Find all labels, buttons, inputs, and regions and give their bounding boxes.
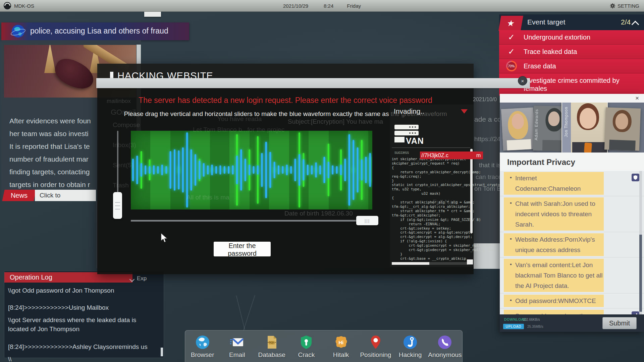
invading-status-label: Invading.. bbox=[394, 107, 424, 115]
browser-icon bbox=[195, 335, 210, 350]
event-state-done: ✓ bbox=[499, 33, 524, 42]
character-card[interactable] bbox=[501, 108, 535, 151]
waveform-panel bbox=[131, 131, 372, 209]
operation-log-title: Operation Log bbox=[10, 274, 52, 281]
code-line: } bbox=[392, 252, 469, 256]
privacy-scrollbar-thumb[interactable] bbox=[639, 235, 642, 312]
highlighted-server-url-tail: m bbox=[475, 152, 483, 159]
hook-icon[interactable] bbox=[632, 311, 639, 314]
privacy-item[interactable]: •Odd password:WNMOXTCE bbox=[500, 294, 644, 309]
dropdown-triangle-icon[interactable] bbox=[461, 109, 468, 114]
news-text-line: finding targets, contacting bbox=[9, 166, 97, 178]
event-state-progress: 70% bbox=[499, 61, 524, 71]
dock-item-label: Anonymous bbox=[428, 351, 462, 359]
van-label: VAN bbox=[406, 136, 424, 146]
event-target-item[interactable]: ✓Trace leaked data bbox=[499, 45, 644, 59]
code-line: crt-&gt;givdecrypt = skcipher_null_givde… bbox=[392, 248, 469, 252]
terminal-status-text: success bbox=[394, 150, 409, 155]
code-line: struct ablkcipher_alg * alg = &amp; bbox=[392, 200, 469, 204]
event-target-item[interactable]: ✓Underground extortion bbox=[499, 30, 644, 45]
character-card[interactable] bbox=[604, 107, 641, 151]
event-target-header[interactable]: ★ Event target 2/4 bbox=[499, 14, 644, 30]
expand-label[interactable]: Exp bbox=[137, 275, 147, 282]
code-line: crt-&gt;givencrypt = skcipher_null_given… bbox=[392, 243, 469, 248]
log-line: \\got Server address where the leaked da… bbox=[8, 315, 158, 334]
terminal-vertical-scrollbar[interactable] bbox=[470, 149, 473, 233]
dock-item-anonymous[interactable]: Anonymous bbox=[429, 335, 461, 359]
dock-item-label: Database bbox=[258, 351, 285, 359]
privacy-titlebar[interactable]: × bbox=[500, 94, 644, 103]
email-close-button[interactable]: × bbox=[518, 76, 527, 85]
code-line: } bbox=[392, 179, 469, 183]
news-text-line: number of fraudulent mar bbox=[9, 153, 97, 166]
dock-item-email[interactable]: Email bbox=[221, 335, 253, 359]
dock-item-browser[interactable]: Browser bbox=[186, 335, 219, 359]
news-text-line: her team was also investi bbox=[9, 127, 97, 140]
dock-item-hitalk[interactable]: HiHitalk bbox=[325, 335, 357, 359]
code-line: crt-&gt;decrypt = alg-&gt;decrypt; bbox=[392, 235, 469, 239]
event-item-label: Erase data bbox=[524, 59, 628, 73]
news-text-line: After evidences were foun bbox=[9, 115, 97, 127]
dock-item-label: Hacking bbox=[399, 351, 422, 359]
settings-button[interactable]: SETTING bbox=[618, 3, 639, 9]
event-progress-count: 2/4 bbox=[621, 18, 631, 26]
log-line: \\got Odd password of Jon Thompson bbox=[8, 286, 158, 295]
bullet: • bbox=[510, 312, 512, 314]
code-line: struct ablkcipher_tfm * crt = &amp; bbox=[392, 209, 469, 213]
dock-item-label: Email bbox=[229, 351, 245, 359]
character-carousel: Adam Edwards Jon Thompson bbox=[500, 103, 644, 153]
privacy-item-text: Server address where the leaked data is … bbox=[515, 309, 604, 314]
operation-log-scrollbar[interactable] bbox=[161, 348, 163, 356]
app-dock: BrowserEmail«SQL»DatabaseCrackHiHitalkPo… bbox=[185, 330, 463, 362]
enter-password-button[interactable]: Enter the password bbox=[214, 242, 271, 256]
event-item-label: Trace leaked data bbox=[524, 45, 628, 59]
gavel-illustration-part bbox=[44, 45, 56, 73]
privacy-footer: DOWNLOAD 102.66KB/s UPLOAD 25.35MB/s Sub… bbox=[500, 314, 644, 332]
crack-icon bbox=[299, 335, 314, 350]
van-server-icon: VAN bbox=[394, 124, 424, 146]
privacy-item[interactable]: •Internet Codename:Chameleon bbox=[500, 171, 644, 196]
horizontal-slider-track[interactable] bbox=[131, 220, 373, 222]
terminal-resize-corner[interactable] bbox=[467, 259, 473, 264]
dock-item-hacking[interactable]: Hacking bbox=[394, 335, 426, 359]
submit-button[interactable]: Submit bbox=[602, 317, 637, 329]
privacy-item-text: Website Address:PornXvip's unique access… bbox=[515, 232, 604, 257]
character-name-label: Adam Edwards bbox=[534, 109, 539, 140]
event-target-item[interactable]: 70%Erase data bbox=[499, 59, 644, 73]
code-line: if (!alg-&gt;ivsize) { bbox=[392, 239, 469, 243]
terminal-horizontal-scrollbar-thumb[interactable] bbox=[392, 262, 429, 265]
close-icon[interactable]: × bbox=[635, 95, 639, 101]
dock-item-label: Hitalk bbox=[333, 351, 349, 359]
horizontal-slider-handle[interactable]: ||| bbox=[356, 216, 378, 225]
download-speed: 102.66KB/s bbox=[523, 318, 540, 321]
code-line: tfm, u32 type, bbox=[392, 187, 469, 191]
code-line: return -EINVAL; bbox=[392, 222, 469, 226]
code-line: crt-&gt;setkey = setkey; bbox=[392, 226, 469, 231]
news-text-line: targets in order to obtain r bbox=[9, 178, 97, 191]
news-article-text: After evidences were founher team was al… bbox=[9, 115, 97, 191]
news-click-button[interactable]: Click to bbox=[35, 190, 96, 201]
privacy-item[interactable]: •Server address where the leaked data is… bbox=[500, 309, 644, 314]
privacy-item[interactable]: •Website Address:PornXvip's unique acces… bbox=[500, 232, 644, 258]
chevron-up-icon[interactable] bbox=[632, 21, 639, 28]
code-line: if (alg-&gt;ivsize &gt; PAGE_SIZE / 8) bbox=[392, 218, 469, 222]
code-line: req-&gt;creq); bbox=[392, 174, 469, 179]
email-window-titlebar[interactable] bbox=[96, 78, 530, 88]
dock-item-crack[interactable]: Crack bbox=[290, 335, 322, 359]
dock-item-positioning[interactable]: Positioning bbox=[360, 335, 392, 359]
character-card-selected[interactable]: Jon Thompson bbox=[561, 103, 608, 153]
vertical-slider-handle[interactable] bbox=[113, 192, 122, 219]
bullet: • bbox=[510, 174, 512, 181]
privacy-item[interactable]: •Van's email content:Let Jon blackmail T… bbox=[500, 258, 644, 294]
mdk-os-logo-icon bbox=[3, 2, 11, 10]
shield-icon[interactable] bbox=[632, 174, 639, 181]
progress-ring-icon: 70% bbox=[506, 61, 517, 71]
waveform-chart bbox=[131, 131, 372, 209]
icon-badge-text: Hi bbox=[338, 340, 343, 345]
privacy-item[interactable]: •Chat with Sarah:Jon used to indecent vi… bbox=[500, 196, 644, 232]
dock-item-database[interactable]: «SQL»Database bbox=[256, 335, 288, 359]
code-line: { bbox=[392, 166, 469, 170]
code-line: crt-&gt;base = __crypto_ablkcip bbox=[392, 256, 469, 261]
news-tab[interactable]: News bbox=[2, 190, 36, 201]
news-headline: police, accusing Lisa and others of frau… bbox=[30, 26, 168, 36]
